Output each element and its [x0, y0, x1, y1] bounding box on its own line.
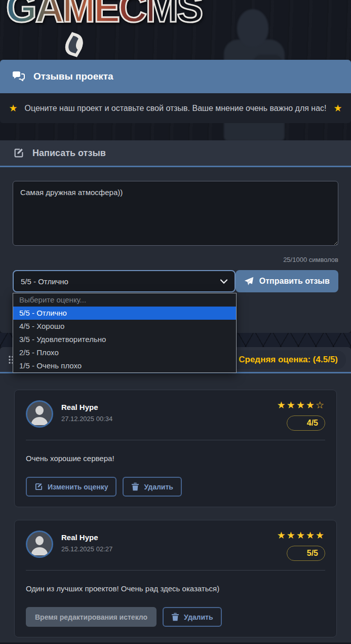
delete-review-label: Удалить	[184, 613, 213, 621]
review-textarea[interactable]: Самая дружная атмосфера))	[13, 181, 338, 246]
avatar	[26, 400, 53, 428]
write-review-header: Написать отзыв	[0, 140, 351, 167]
page-title: Отзывы проекта	[33, 71, 113, 82]
chevron-down-icon	[220, 279, 227, 284]
review-stars: ★★★★☆	[277, 400, 325, 410]
project-reviews-card: Отзывы проекта ★ Оцените наш проект и ос…	[0, 60, 351, 123]
edit-time-expired-label: Время редактирования истекло	[35, 613, 147, 621]
rating-option-selected[interactable]: 5/5 - Отлично	[13, 307, 236, 320]
char-counter: 25/1000 символов	[13, 256, 338, 263]
delete-review-button[interactable]: Удалить	[123, 477, 181, 497]
write-review-title: Написать отзыв	[32, 148, 106, 159]
average-rating-badge: ★ Средняя оценка: (4.5/5)	[217, 350, 346, 369]
rating-select[interactable]: 5/5 - Отлично	[13, 270, 236, 292]
announcement-text: Оцените наш проект и оставьте свой отзыв…	[24, 104, 326, 113]
review-text: Очень хорошие сервера!	[26, 454, 325, 463]
rating-option[interactable]: Выберите оценку...	[13, 293, 236, 307]
rating-option[interactable]: 2/5 - Плохо	[13, 346, 236, 359]
site-logo[interactable]: GAMECMS	[6, 0, 153, 51]
trash-icon	[171, 613, 179, 621]
edit-time-expired-button[interactable]: Время редактирования истекло	[26, 607, 157, 627]
comments-icon	[12, 71, 25, 82]
review-author: Real Hype	[61, 403, 112, 411]
review-date: 27.12.2025 00:34	[61, 415, 112, 423]
rating-select-value: 5/5 - Отлично	[21, 277, 68, 286]
review-rating-badge: 4/5	[287, 415, 325, 431]
star-icon: ★	[9, 103, 17, 113]
rating-select-dropdown: Выберите оценку... 5/5 - Отлично 4/5 - Х…	[13, 293, 237, 373]
review-author: Real Hype	[61, 533, 112, 542]
edit-review-label: Изменить оценку	[48, 483, 108, 491]
review-text: Один из лучших проектов! Очень рад здесь…	[26, 584, 325, 593]
announcement-bar: ★ Оцените наш проект и оставьте свой отз…	[0, 93, 351, 123]
rating-option[interactable]: 4/5 - Хорошо	[13, 320, 236, 333]
reviews-panel: ★ Средняя оценка: (4.5/5) Real Hyp	[0, 347, 351, 642]
paper-plane-icon	[244, 277, 254, 286]
edit-square-icon	[34, 482, 43, 491]
edit-review-button[interactable]: Изменить оценку	[26, 477, 116, 497]
submit-review-label: Отправить отзыв	[259, 277, 330, 286]
avatar	[26, 531, 53, 558]
delete-review-label: Удалить	[144, 483, 173, 491]
review-card: Real Hype 25.12.2025 02:27 ★★★★★ 5/5 Оди…	[14, 520, 337, 637]
trash-icon	[131, 482, 139, 491]
project-reviews-header: Отзывы проекта	[0, 60, 351, 93]
review-rating-badge: 5/5	[287, 546, 325, 561]
review-card: Real Hype 27.12.2025 00:34 ★★★★☆ 4/5 Оче…	[14, 390, 337, 507]
star-icon: ★	[334, 103, 342, 113]
review-stars: ★★★★★	[277, 531, 325, 541]
average-rating-text: Средняя оценка: (4.5/5)	[239, 355, 338, 365]
divider	[26, 440, 325, 440]
review-date: 25.12.2025 02:27	[61, 545, 112, 553]
rating-option[interactable]: 1/5 - Очень плохо	[13, 359, 236, 372]
submit-review-button[interactable]: Отправить отзыв	[236, 270, 338, 292]
rating-option[interactable]: 3/5 - Удовлетворительно	[13, 333, 236, 346]
delete-review-button[interactable]: Удалить	[163, 607, 221, 627]
site-logo-text: GAMECMS	[6, 0, 153, 32]
edit-square-icon	[13, 147, 24, 159]
reviews-list: Real Hype 27.12.2025 00:34 ★★★★☆ 4/5 Оче…	[0, 373, 351, 642]
divider	[26, 570, 325, 571]
